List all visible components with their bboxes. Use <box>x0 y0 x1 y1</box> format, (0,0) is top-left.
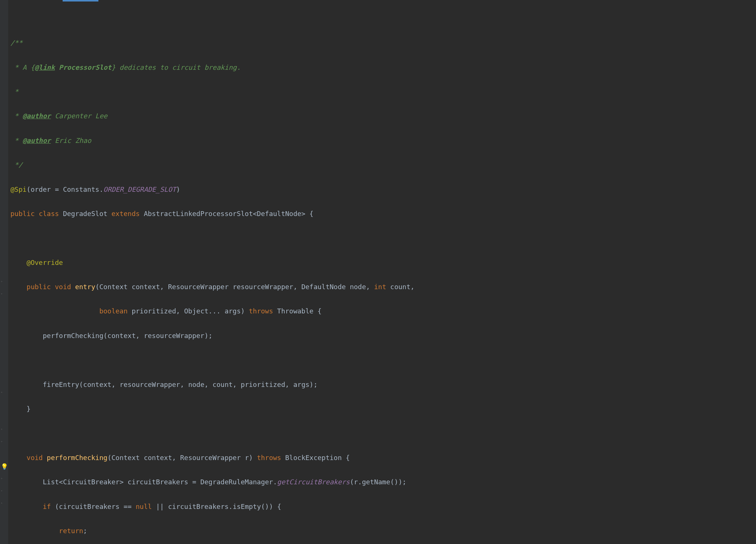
fold-icon[interactable]: ▸ <box>1 290 7 296</box>
code-line: * @author Carpenter Lee <box>10 110 756 122</box>
code-line: */ <box>10 159 756 171</box>
code-line: } <box>10 403 756 415</box>
code-line: * A {@link ProcessorSlot} dedicates to c… <box>10 62 756 74</box>
fold-icon[interactable]: ▸ <box>1 487 7 493</box>
lightbulb-icon[interactable]: 💡 <box>1 462 7 468</box>
code-line <box>10 354 756 366</box>
fold-icon[interactable]: ▸ <box>1 500 7 506</box>
fold-icon[interactable]: ▸ <box>1 475 7 481</box>
code-area[interactable]: /** * A {@link ProcessorSlot} dedicates … <box>8 0 756 544</box>
fold-icon[interactable]: ▸ <box>1 278 7 284</box>
fold-icon[interactable]: ▸ <box>1 438 7 444</box>
code-line <box>10 427 756 440</box>
fold-icon[interactable]: ▸ <box>1 389 7 395</box>
code-line <box>10 232 756 244</box>
code-line: @Override <box>10 257 756 269</box>
code-line: if (circuitBreakers == null || circuitBr… <box>10 501 756 513</box>
gutter: ▸ ▸ ▸ ▸ ▸ ▸ 💡 ▸ ▸ <box>0 0 8 544</box>
code-line: boolean prioritized, Object... args) thr… <box>10 305 756 318</box>
code-line: /** <box>10 37 756 49</box>
code-line: @Spi(order = Constants.ORDER_DEGRADE_SLO… <box>10 184 756 196</box>
code-editor[interactable]: ▸ ▸ ▸ ▸ ▸ ▸ 💡 ▸ ▸ /** * A {@link Process… <box>0 0 756 544</box>
code-line: performChecking(context, resourceWrapper… <box>10 330 756 342</box>
code-line: fireEntry(context, resourceWrapper, node… <box>10 379 756 391</box>
code-line: List<CircuitBreaker> circuitBreakers = D… <box>10 476 756 488</box>
code-line: return; <box>10 525 756 537</box>
code-line: * <box>10 86 756 98</box>
code-line: * @author Eric Zhao <box>10 135 756 147</box>
active-tab-indicator <box>63 0 98 1</box>
fold-icon[interactable]: ▸ <box>1 426 7 432</box>
code-line: void performChecking(Context context, Re… <box>10 452 756 464</box>
code-line: public void entry(Context context, Resou… <box>10 281 756 293</box>
code-line: public class DegradeSlot extends Abstrac… <box>10 208 756 220</box>
